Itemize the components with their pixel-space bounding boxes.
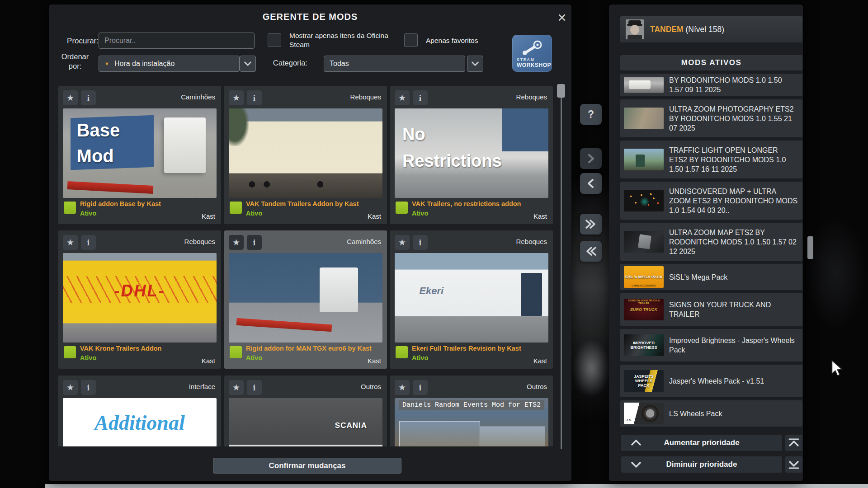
chevron-down-bar-icon	[788, 459, 800, 470]
favorite-star-button[interactable]: ★	[395, 90, 410, 105]
mod-author: Kast	[368, 212, 381, 220]
chevron-up-icon	[630, 438, 642, 447]
category-value: Todas	[330, 60, 349, 68]
mod-card-footer: VAK Trailers, no restrictions addon Ativ…	[390, 198, 553, 224]
mod-card[interactable]: ★ i Reboques Ekeri Ekeri Full Trailers R…	[390, 230, 553, 369]
mod-card[interactable]: ★ i Reboques -DHL- VAK Krone Trailers Ad…	[58, 230, 221, 369]
active-mod-row[interactable]: SIGNS ON YOUR TRUCK & TRAILER EURO TRUCK…	[620, 293, 802, 326]
background-artifact	[804, 212, 868, 334]
star-icon: ★	[66, 383, 74, 392]
thumbnail-caption: LS	[627, 418, 631, 422]
page-title: GERENTE DE MODS	[49, 12, 571, 22]
enabled-indicator[interactable]	[64, 202, 76, 214]
help-button[interactable]: ?	[580, 104, 602, 125]
category-dropdown[interactable]: Todas	[324, 56, 465, 72]
mod-name: VAK Tandem Trailers Addon by Kast	[246, 200, 368, 207]
mod-author: Kast	[202, 357, 215, 365]
mod-card[interactable]: ★ i Reboques No Restrictions VAK Trailer…	[390, 86, 553, 224]
favorite-star-button[interactable]: ★	[395, 380, 410, 395]
active-mod-row[interactable]: BY RODONITCHO MODS 1.0 1.50 1.57 09 11 2…	[620, 74, 802, 96]
active-mod-label: ULTRA ZOOM MAP ETS2 BY RODONITCHO MODS 1…	[669, 228, 798, 256]
mod-card-selected[interactable]: ★ i Caminhões Rigid addon for MAN TGX eu…	[224, 230, 387, 369]
workshop-only-checkbox[interactable]	[268, 33, 281, 47]
mod-info-button[interactable]: i	[247, 235, 262, 250]
enabled-indicator[interactable]	[396, 202, 408, 214]
favorite-star-button[interactable]: ★	[229, 380, 244, 395]
mod-name: Ekeri Full Trailers Revision by Kast	[412, 345, 534, 352]
active-mod-row[interactable]: TRAFFIC LIGHT OPEN LONGER ETS2 BY RODONI…	[620, 141, 802, 178]
favorite-star-button[interactable]: ★	[63, 380, 78, 395]
mod-card-footer: VAK Tandem Trailers Addon by Kast Ativo …	[224, 198, 387, 224]
info-icon: i	[253, 238, 255, 247]
active-mod-row[interactable]: IMPROVED BRIGHTNESS Improved Brightness …	[620, 329, 802, 361]
steam-workshop-button[interactable]: STEAM WORKSHOP	[512, 35, 552, 72]
deactivate-all-button[interactable]	[580, 241, 602, 262]
move-to-top-button[interactable]	[785, 435, 802, 451]
active-mods-scrollbar-handle[interactable]	[807, 236, 813, 259]
mod-card[interactable]: ★ i Outros Daniels Random Events Mod for…	[390, 375, 553, 446]
favorite-star-button[interactable]: ★	[229, 235, 244, 250]
active-mod-row[interactable]: LS LS Wheels Pack	[620, 400, 802, 427]
mod-info-button[interactable]: i	[247, 90, 262, 105]
decrease-priority-label: Diminuir prioridade	[666, 460, 737, 469]
star-icon: ★	[398, 238, 406, 247]
favorite-star-button[interactable]: ★	[229, 90, 244, 105]
activate-mod-button[interactable]	[580, 148, 602, 169]
favorites-only-checkbox[interactable]	[404, 33, 418, 47]
enabled-indicator[interactable]	[396, 346, 408, 358]
thumbnail-caption: EURO TRUCK	[630, 307, 657, 312]
active-mod-row[interactable]: ULTRA ZOOM MAP ETS2 BY RODONITCHO MODS 1…	[620, 223, 802, 261]
avatar	[626, 19, 644, 39]
enabled-indicator[interactable]	[64, 346, 76, 358]
mod-list-thumbnail	[624, 108, 664, 129]
active-mod-row[interactable]: SiSL's MEGA PACK CABIN ACCESSORIES SiSL'…	[620, 264, 802, 290]
favorite-star-button[interactable]: ★	[63, 235, 78, 250]
mod-manager-panel: GERENTE DE MODS ✕ Procurar: Mostrar apen…	[49, 5, 571, 481]
mod-info-button[interactable]: i	[413, 235, 428, 250]
star-icon: ★	[232, 238, 240, 247]
mod-status: Ativo	[412, 210, 428, 217]
mod-card-footer: Rigid addon Base by Kast Ativo Kast	[58, 198, 221, 224]
active-mod-row[interactable]: ULTRA ZOOM PHOTOGRAPHY ETS2 BY RODONITCH…	[620, 99, 802, 137]
mod-thumbnail: SCANIA	[229, 398, 382, 446]
enabled-indicator[interactable]	[230, 202, 242, 214]
mod-info-button[interactable]: i	[81, 90, 96, 105]
favorite-star-button[interactable]: ★	[395, 235, 410, 250]
grid-scrollbar-handle[interactable]	[557, 84, 565, 98]
favorite-star-button[interactable]: ★	[63, 90, 78, 105]
active-mod-row[interactable]: JASPER'S WHEELS PACK Jasper's Wheels Pac…	[620, 365, 802, 397]
deactivate-mod-button[interactable]	[580, 173, 602, 194]
star-icon: ★	[398, 383, 406, 392]
decrease-priority-button[interactable]: Diminuir prioridade	[621, 456, 782, 473]
mod-info-button[interactable]: i	[81, 235, 96, 250]
mod-info-button[interactable]: i	[413, 90, 428, 105]
search-input[interactable]	[99, 33, 255, 49]
increase-priority-button[interactable]: Aumentar prioridade	[621, 435, 782, 451]
mod-info-button[interactable]: i	[413, 380, 428, 395]
mod-category-label: Reboques	[184, 238, 215, 245]
enabled-indicator[interactable]	[230, 346, 242, 358]
active-mod-label: Jasper's Wheels Pack - v1.51	[669, 376, 764, 386]
chevron-left-icon	[585, 178, 596, 189]
mod-author: Kast	[368, 357, 381, 365]
move-to-bottom-button[interactable]	[785, 456, 802, 473]
confirm-changes-button[interactable]: Confirmar mudanças	[213, 458, 401, 474]
category-dropdown-button[interactable]	[467, 56, 483, 72]
activate-all-button[interactable]	[580, 214, 602, 235]
info-icon: i	[419, 238, 421, 247]
sort-dropdown[interactable]: ▼ Hora da instalação	[99, 56, 240, 72]
thumbnail-caption: AI Drivers	[94, 444, 185, 446]
grid-scrollbar-track[interactable]	[561, 85, 562, 449]
sort-dropdown-button[interactable]	[240, 56, 256, 72]
mod-card[interactable]: ★ i Interface Additional AI Drivers	[58, 375, 221, 446]
thumbnail-caption: SIGNS ON YOUR TRUCK & TRAILER	[624, 299, 664, 305]
mod-list-thumbnail	[624, 149, 664, 170]
mod-card[interactable]: ★ i Reboques VAK Tandem Trailers Addon b…	[224, 86, 387, 224]
mod-card[interactable]: ★ i Outros SCANIA	[224, 375, 387, 446]
mod-card[interactable]: ★ i Caminhões Base Mod Rigid addon Base …	[58, 86, 221, 224]
close-icon[interactable]: ✕	[554, 10, 570, 25]
active-mod-row[interactable]: UNDISCOVERED MAP + ULTRA ZOOM ETS2 BY RO…	[620, 182, 802, 220]
mod-info-button[interactable]: i	[247, 380, 262, 395]
info-icon: i	[253, 383, 255, 392]
mod-info-button[interactable]: i	[81, 380, 96, 395]
